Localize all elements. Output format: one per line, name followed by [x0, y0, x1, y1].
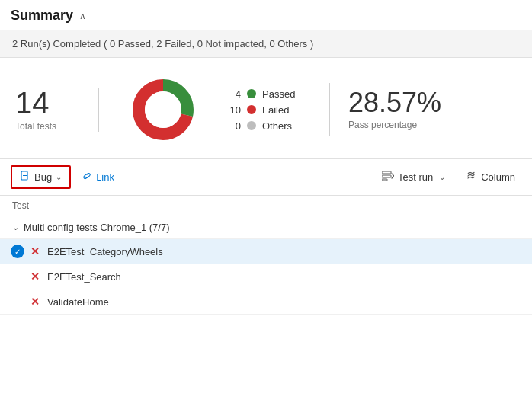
failed-dot [247, 105, 256, 114]
test-name: E2ETest_CategoryWheels [47, 246, 163, 257]
bug-label: Bug [34, 171, 52, 183]
legend-passed-count: 4 [227, 88, 241, 100]
svg-rect-5 [382, 171, 391, 174]
bug-chevron-icon: ⌄ [56, 173, 62, 181]
bug-button[interactable]: Bug ⌄ [11, 165, 71, 189]
passed-dot [247, 89, 256, 98]
others-dot [247, 121, 256, 130]
link-button[interactable]: Link [74, 167, 122, 187]
test-run-icon [382, 171, 394, 184]
test-name: E2ETest_Search [47, 271, 121, 283]
check-icon: ✓ [11, 245, 24, 258]
summary-header: Summary ∧ [0, 0, 532, 30]
test-item-row[interactable]: ✓ ✕ E2ETest_CategoryWheels [0, 239, 532, 264]
pass-pct-number: 28.57% [348, 89, 441, 117]
legend-item-failed: 10 Failed [227, 104, 311, 116]
column-icon [466, 171, 477, 184]
total-tests-label: Total tests [15, 121, 56, 132]
donut-chart [117, 72, 209, 148]
test-name: ValidateHome [47, 296, 109, 308]
legend-item-passed: 4 Passed [227, 88, 311, 100]
legend-passed-label: Passed [262, 88, 295, 100]
test-column-header: Test [0, 196, 532, 216]
group-name: Multi config tests Chrome_1 (7/7) [24, 222, 169, 233]
total-tests-number: 14 [15, 88, 50, 118]
stats-section: 14 Total tests 4 Passed 10 Fa [0, 58, 532, 159]
test-item-row[interactable]: ✕ E2ETest_Search [0, 264, 532, 289]
legend-others-count: 0 [227, 120, 241, 132]
legend-item-others: 0 Others [227, 120, 311, 132]
link-icon [82, 171, 92, 184]
legend-failed-count: 10 [227, 104, 241, 116]
test-list: Test ⌄ Multi config tests Chrome_1 (7/7)… [0, 196, 532, 315]
bug-icon [20, 171, 30, 184]
fail-icon: ✕ [30, 270, 40, 283]
test-run-chevron-icon: ⌄ [439, 173, 445, 181]
pass-pct-label: Pass percentage [348, 120, 417, 130]
total-tests-block: 14 Total tests [15, 88, 99, 132]
column-button[interactable]: Column [460, 167, 521, 187]
test-run-label: Test run [398, 171, 433, 183]
legend: 4 Passed 10 Failed 0 Others [227, 88, 311, 132]
column-label: Column [481, 171, 515, 183]
fail-icon: ✕ [30, 296, 40, 308]
toolbar-right: Test run ⌄ Column [376, 167, 521, 187]
test-run-button[interactable]: Test run ⌄ [376, 167, 451, 187]
test-item-row[interactable]: ✕ ValidateHome [0, 289, 532, 315]
legend-others-label: Others [262, 120, 292, 132]
chevron-up-icon[interactable]: ∧ [79, 11, 86, 21]
donut-hole [145, 91, 181, 128]
link-label: Link [96, 171, 114, 183]
stats-divider [329, 83, 330, 136]
run-status-bar: 2 Run(s) Completed ( 0 Passed, 2 Failed,… [0, 30, 532, 58]
svg-rect-7 [382, 179, 387, 181]
page-title: Summary [11, 8, 73, 24]
toolbar: Bug ⌄ Link Test run ⌄ [0, 159, 532, 196]
test-group-row[interactable]: ⌄ Multi config tests Chrome_1 (7/7) [0, 216, 532, 239]
svg-rect-6 [382, 175, 391, 177]
fail-icon: ✕ [30, 245, 40, 257]
legend-failed-label: Failed [262, 104, 289, 116]
pass-percentage-block: 28.57% Pass percentage [348, 89, 517, 130]
expand-icon[interactable]: ⌄ [12, 222, 19, 232]
run-status-text: 2 Run(s) Completed ( 0 Passed, 2 Failed,… [12, 38, 313, 50]
test-group: ⌄ Multi config tests Chrome_1 (7/7) ✓ ✕ … [0, 216, 532, 315]
donut-svg [129, 75, 197, 144]
